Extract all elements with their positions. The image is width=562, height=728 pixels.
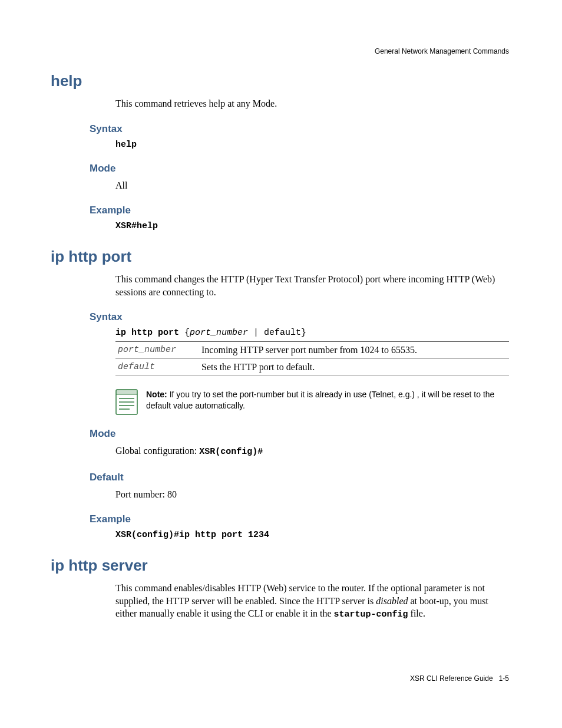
help-description: This command retrieves help at any Mode. xyxy=(115,97,509,110)
table-row: default Sets the HTTP port to default. xyxy=(115,359,509,376)
param-desc: Sets the HTTP port to default. xyxy=(201,362,507,373)
help-mode-value: All xyxy=(115,179,509,192)
section-title-ip-http-server: ip http server xyxy=(51,556,509,575)
ip-http-port-syntax-heading: Syntax xyxy=(90,311,509,323)
note-body: If you try to set the port-number but it… xyxy=(146,390,494,410)
footer-doc-title: XSR CLI Reference Guide xyxy=(410,674,493,683)
help-example-heading: Example xyxy=(90,205,509,216)
note-icon xyxy=(115,389,138,415)
mode-code: XSR(config)# xyxy=(199,447,263,457)
mode-prefix: Global configuration: xyxy=(115,446,199,456)
page-footer: XSR CLI Reference Guide 1-5 xyxy=(51,674,509,683)
help-mode-heading: Mode xyxy=(90,163,509,174)
ip-http-port-syntax-line: ip http port {port_number | default} xyxy=(115,328,509,338)
param-desc: Incoming HTTP server port number from 10… xyxy=(201,345,507,355)
param-table: port_number Incoming HTTP server port nu… xyxy=(115,341,509,376)
param-key: port_number xyxy=(118,345,201,355)
ip-http-port-description: This command changes the HTTP (Hyper Tex… xyxy=(115,273,509,298)
section-title-help: help xyxy=(51,72,509,90)
note-label: Note: xyxy=(146,390,167,399)
page-header: General Network Management Commands xyxy=(51,47,509,55)
note-text: Note: If you try to set the port-number … xyxy=(146,389,509,411)
help-syntax-value: help xyxy=(115,140,509,150)
syntax-brace-open: { xyxy=(184,328,190,338)
syntax-cmd-bold: ip http port xyxy=(115,328,184,338)
section-title-ip-http-port: ip http port xyxy=(51,248,509,266)
desc-part3: file. xyxy=(408,608,425,618)
table-row: port_number Incoming HTTP server port nu… xyxy=(115,342,509,359)
footer-page: 1-5 xyxy=(499,674,509,683)
syntax-param: port_number xyxy=(190,328,248,338)
param-key: default xyxy=(118,362,201,373)
ip-http-server-description: This command enables/disables HTTP (Web)… xyxy=(115,582,509,621)
ip-http-port-mode-heading: Mode xyxy=(90,428,509,440)
note-box: Note: If you try to set the port-number … xyxy=(115,389,509,415)
ip-http-port-example-value: XSR(config)#ip http port 1234 xyxy=(115,530,509,540)
desc-italic: disabled xyxy=(376,596,408,606)
syntax-brace-close: | default} xyxy=(248,328,306,338)
ip-http-port-default-heading: Default xyxy=(90,472,509,483)
svg-rect-1 xyxy=(116,390,137,394)
help-example-value: XSR#help xyxy=(115,221,509,231)
help-syntax-heading: Syntax xyxy=(90,123,509,135)
ip-http-port-default-value: Port number: 80 xyxy=(115,488,509,501)
ip-http-port-mode-value: Global configuration: XSR(config)# xyxy=(115,444,509,458)
ip-http-port-example-heading: Example xyxy=(90,513,509,525)
desc-code: startup-config xyxy=(334,610,408,620)
